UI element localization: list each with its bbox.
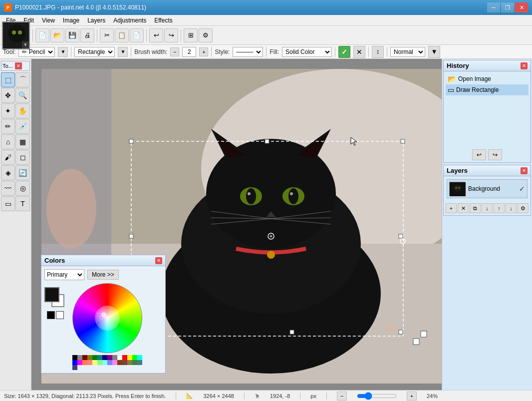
finish-button[interactable]: ✓	[338, 46, 350, 58]
move-layer-up-button[interactable]: ↑	[494, 203, 505, 213]
layers-close-button[interactable]: ✕	[521, 167, 528, 174]
smudge-tool[interactable]: 〰	[1, 181, 15, 196]
save-button[interactable]: 💾	[65, 28, 79, 42]
blend-select[interactable]: Normal Multiply Screen	[390, 47, 425, 57]
pan-tool[interactable]: ✋	[15, 103, 29, 118]
menu-image[interactable]: Image	[59, 16, 83, 25]
color-mode-select[interactable]: Primary Secondary	[44, 269, 84, 280]
zoom-slider[interactable]	[357, 392, 397, 400]
move-tool[interactable]: ✥	[1, 88, 15, 103]
gradient-tool[interactable]: ▦	[15, 134, 29, 149]
menu-layers[interactable]: Layers	[83, 16, 109, 25]
history-close-button[interactable]: ✕	[521, 62, 528, 69]
undo-history-button[interactable]: ↩	[472, 149, 486, 160]
palette-pink[interactable]	[87, 360, 92, 365]
palette-dark-yellow[interactable]	[127, 360, 132, 365]
palette-white[interactable]	[117, 355, 122, 360]
undo-button[interactable]: ↩	[149, 28, 163, 42]
extra-btn-1[interactable]: ↕	[372, 46, 384, 58]
palette-dark-green[interactable]	[132, 360, 137, 365]
blur-tool[interactable]: ◎	[15, 181, 29, 196]
palette-purple[interactable]	[107, 355, 112, 360]
more-colors-button[interactable]: More >>	[87, 270, 119, 280]
select-lasso-tool[interactable]: ⌒	[15, 72, 29, 87]
duplicate-layer-button[interactable]: ⧉	[470, 203, 481, 213]
print-button[interactable]: 🖨	[80, 28, 94, 42]
paintbrush-tool[interactable]: 🖌	[1, 150, 15, 165]
settings-button[interactable]: ⚙	[199, 28, 213, 42]
move-layer-down-button[interactable]: ↓	[506, 203, 517, 213]
palette-yellow[interactable]	[127, 355, 132, 360]
delete-layer-button[interactable]: ✕	[458, 203, 469, 213]
palette-lime[interactable]	[132, 355, 137, 360]
shape-select[interactable]: Rectangle	[74, 47, 115, 57]
new-button[interactable]: 📄	[35, 28, 49, 42]
menu-adjustments[interactable]: Adjustments	[109, 16, 150, 25]
palette-teal[interactable]	[97, 355, 102, 360]
zoom-tool[interactable]: 🔍	[15, 88, 29, 103]
thumbnail-arrow[interactable]: ▼	[22, 41, 29, 48]
magic-wand-tool[interactable]: ✦	[1, 103, 15, 118]
style-select[interactable]: ────	[233, 47, 263, 57]
shape-options-btn[interactable]: ▼	[118, 47, 128, 57]
redo-history-button[interactable]: ↪	[488, 149, 502, 160]
merge-layer-button[interactable]: ↓	[482, 203, 493, 213]
tool-options-btn[interactable]: ▼	[58, 47, 68, 57]
palette-orange[interactable]	[82, 360, 87, 365]
cancel-button[interactable]: ✕	[353, 46, 365, 58]
palette-navy[interactable]	[102, 355, 107, 360]
paint-bucket-tool[interactable]: ⌂	[1, 134, 15, 149]
history-item-open[interactable]: 📂 Open Image	[446, 73, 529, 84]
palette-darkred[interactable]	[82, 355, 87, 360]
grid-button[interactable]: ⊞	[184, 28, 198, 42]
palette-red[interactable]	[122, 355, 127, 360]
select-rect-tool[interactable]: ⬚	[1, 72, 15, 87]
layer-visibility-check[interactable]: ✓	[519, 185, 525, 193]
palette-light-yellow[interactable]	[92, 360, 97, 365]
palette-light-magenta[interactable]	[112, 360, 117, 365]
restore-button[interactable]: ❐	[501, 2, 514, 12]
paste-button[interactable]: 📄	[130, 28, 144, 42]
blend-options[interactable]: ▼	[428, 46, 440, 58]
pencil-tool[interactable]: ✏	[1, 119, 15, 134]
close-button[interactable]: ✕	[515, 2, 528, 12]
fill-select[interactable]: Solid Color No Fill Gradient	[282, 47, 332, 57]
colors-close-button[interactable]: ✕	[155, 257, 162, 264]
palette-gray[interactable]	[77, 355, 82, 360]
minimize-button[interactable]: ─	[487, 2, 500, 12]
palette-mid-gray[interactable]	[112, 355, 117, 360]
menu-effects[interactable]: Effects	[150, 16, 176, 25]
palette-dark-teal[interactable]	[137, 360, 142, 365]
color-wheel[interactable]	[72, 283, 142, 353]
recolor-tool[interactable]: 🔄	[15, 165, 29, 180]
shapes-tool[interactable]: ▭	[1, 196, 15, 211]
palette-dark-pink[interactable]	[122, 360, 127, 365]
black-swatch[interactable]	[47, 311, 55, 319]
palette-brown[interactable]	[117, 360, 122, 365]
menu-view[interactable]: View	[38, 16, 59, 25]
redo-button[interactable]: ↪	[164, 28, 178, 42]
palette-black[interactable]	[72, 355, 77, 360]
palette-cyan[interactable]	[137, 355, 142, 360]
palette-olive[interactable]	[87, 355, 92, 360]
palette-magenta[interactable]	[77, 360, 82, 365]
brush-width-input[interactable]	[182, 47, 196, 57]
palette-light-green[interactable]	[97, 360, 102, 365]
history-item-draw[interactable]: ▭ Draw Rectangle	[446, 84, 529, 95]
palette-green[interactable]	[92, 355, 97, 360]
palette-dark-blue[interactable]	[72, 365, 77, 370]
open-button[interactable]: 📂	[50, 28, 64, 42]
white-swatch[interactable]	[56, 311, 64, 319]
zoom-out-button[interactable]: −	[337, 392, 347, 401]
palette-light-blue[interactable]	[107, 360, 112, 365]
layer-properties-button[interactable]: ⚙	[518, 203, 529, 213]
width-decrease[interactable]: −	[170, 47, 179, 56]
zoom-in-button[interactable]: +	[407, 392, 417, 401]
text-tool[interactable]: T	[15, 196, 29, 211]
cut-button[interactable]: ✂	[100, 28, 114, 42]
palette-blue[interactable]	[72, 360, 77, 365]
palette-light-cyan[interactable]	[102, 360, 107, 365]
primary-color-swatch[interactable]	[44, 287, 59, 302]
eraser-tool[interactable]: ◻	[15, 150, 29, 165]
width-increase[interactable]: +	[199, 47, 208, 56]
